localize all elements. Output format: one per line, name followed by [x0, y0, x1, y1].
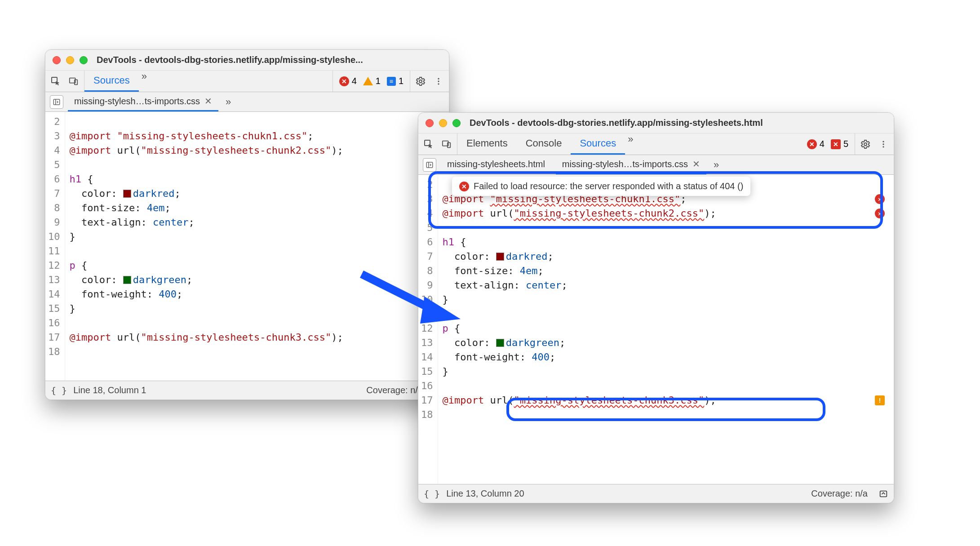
tab-console[interactable]: Console [517, 133, 571, 155]
navigator-toggle-icon[interactable] [423, 158, 436, 172]
maximize-window-icon[interactable] [80, 56, 88, 64]
navigator-toggle-icon[interactable] [50, 95, 63, 109]
file-tab[interactable]: missing-stylesheets.html [441, 155, 551, 174]
titlebar: DevTools - devtools-dbg-stories.netlify.… [45, 50, 449, 71]
svg-point-6 [438, 83, 439, 84]
close-icon[interactable]: ✕ [692, 159, 700, 169]
file-tabs-bar: missing-stylesheets.html missing-stylesh… [418, 155, 894, 175]
file-tab-label: missing-stylesh…ts-imports.css [562, 159, 688, 169]
warning-count-value: 1 [376, 76, 381, 86]
code-editor[interactable]: 23456789101112131415161718 @import "miss… [418, 175, 894, 484]
error-count-value: 4 [352, 76, 357, 86]
kebab-menu-icon[interactable] [433, 75, 444, 87]
more-tabs-icon[interactable]: » [139, 71, 150, 92]
info-count-value: 1 [399, 76, 404, 86]
minimize-window-icon[interactable] [66, 56, 74, 64]
close-window-icon[interactable] [426, 119, 434, 127]
more-file-tabs-icon[interactable]: » [223, 96, 234, 108]
issue-count[interactable]: ✕5 [831, 139, 848, 149]
inspect-element-icon[interactable] [50, 75, 62, 87]
svg-point-3 [419, 80, 422, 83]
statusbar: { } Line 18, Column 1 Coverage: n/a [45, 381, 449, 400]
file-tabs-bar: missing-stylesh…ts-imports.css ✕ » [45, 92, 449, 112]
drawer-toggle-icon[interactable] [878, 489, 888, 499]
file-tab-active[interactable]: missing-stylesh…ts-imports.css ✕ [556, 155, 706, 174]
pretty-print-icon[interactable]: { } [424, 488, 440, 499]
devtools-window-right: DevTools - devtools-dbg-stories.netlify.… [418, 112, 894, 503]
issue-count-value: 5 [843, 139, 848, 149]
arrow-icon [357, 270, 461, 324]
svg-rect-7 [53, 99, 60, 105]
error-tooltip-text: Failed to load resource: the server resp… [474, 181, 743, 191]
kebab-menu-icon[interactable] [878, 138, 889, 150]
pretty-print-icon[interactable]: { } [51, 385, 67, 396]
coverage-status: Coverage: n/a [811, 488, 868, 499]
code-content[interactable]: @import "missing-stylesheets-chukn1.css"… [438, 175, 894, 484]
main-toolbar: Sources » ✕4 1 ≡1 [45, 71, 449, 92]
svg-rect-19 [880, 491, 887, 497]
window-controls [426, 119, 461, 127]
file-tab-active[interactable]: missing-stylesh…ts-imports.css ✕ [68, 92, 218, 111]
svg-point-15 [882, 143, 884, 145]
svg-point-14 [882, 141, 884, 142]
inline-error-icon[interactable]: ✕ [875, 194, 885, 204]
statusbar: { } Line 13, Column 20 Coverage: n/a [418, 484, 894, 503]
more-file-tabs-icon[interactable]: » [711, 159, 722, 171]
code-editor[interactable]: 23456789101112131415161718 @import "miss… [45, 112, 449, 381]
main-toolbar: Elements Console Sources » ✕4 ✕5 [418, 133, 894, 155]
gear-icon[interactable] [415, 75, 426, 87]
more-tabs-icon[interactable]: » [625, 133, 636, 155]
svg-point-16 [882, 146, 884, 147]
devtools-window-left: DevTools - devtools-dbg-stories.netlify.… [45, 49, 449, 400]
inline-error-icon[interactable]: ✕ [875, 209, 885, 218]
device-toolbar-icon[interactable] [68, 75, 80, 87]
line-gutter: 23456789101112131415161718 [45, 112, 65, 381]
issue-counts[interactable]: ✕4 1 ≡1 [333, 71, 410, 92]
window-title: DevTools - devtools-dbg-stories.netlify.… [93, 55, 442, 65]
inspect-element-icon[interactable] [423, 138, 435, 150]
tab-sources[interactable]: Sources [84, 71, 139, 92]
error-icon: ✕ [459, 182, 469, 191]
error-count[interactable]: ✕4 [339, 76, 357, 86]
gear-icon[interactable] [860, 138, 871, 150]
svg-rect-17 [426, 162, 433, 168]
cursor-position: Line 18, Column 1 [73, 385, 146, 395]
issue-counts[interactable]: ✕4 ✕5 [801, 133, 855, 155]
tab-sources[interactable]: Sources [571, 133, 625, 155]
file-tab-label: missing-stylesh…ts-imports.css [74, 96, 200, 107]
code-content[interactable]: @import "missing-stylesheets-chukn1.css"… [65, 112, 449, 381]
svg-point-13 [864, 143, 867, 146]
window-title: DevTools - devtools-dbg-stories.netlify.… [466, 118, 887, 128]
inline-warning-icon[interactable]: ! [875, 395, 885, 405]
minimize-window-icon[interactable] [439, 119, 447, 127]
file-tab-label: missing-stylesheets.html [447, 159, 545, 169]
titlebar: DevTools - devtools-dbg-stories.netlify.… [418, 113, 894, 133]
coverage-status: Coverage: n/a [366, 385, 423, 395]
device-toolbar-icon[interactable] [441, 138, 452, 150]
close-icon[interactable]: ✕ [204, 96, 212, 107]
warning-count[interactable]: 1 [363, 76, 381, 86]
info-count[interactable]: ≡1 [387, 76, 404, 86]
error-tooltip: ✕ Failed to load resource: the server re… [452, 177, 750, 196]
line-gutter: 23456789101112131415161718 [418, 175, 438, 484]
error-count-value: 4 [820, 139, 825, 149]
close-window-icon[interactable] [53, 56, 61, 64]
svg-point-5 [438, 80, 439, 82]
maximize-window-icon[interactable] [452, 119, 461, 127]
svg-point-4 [438, 78, 439, 79]
cursor-position: Line 13, Column 20 [446, 488, 524, 499]
tab-elements[interactable]: Elements [457, 133, 517, 155]
window-controls [53, 56, 88, 64]
svg-marker-20 [420, 297, 461, 324]
error-count[interactable]: ✕4 [807, 139, 825, 149]
